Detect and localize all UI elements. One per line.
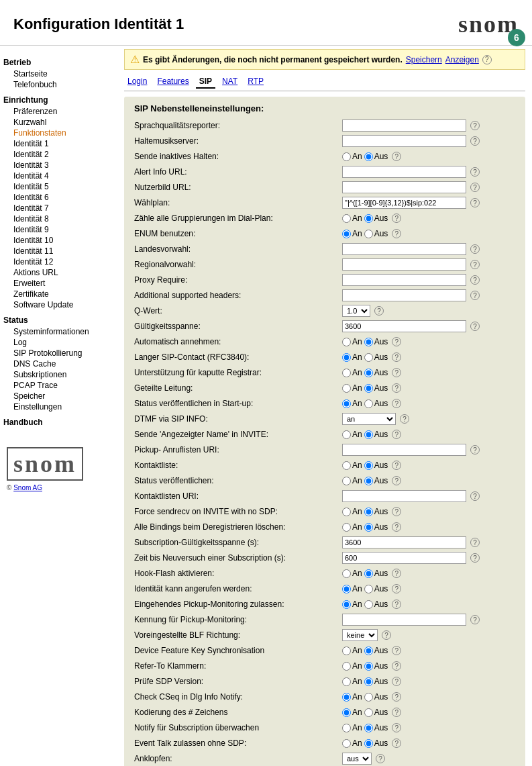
radio-sip-contact-aus[interactable]: Aus — [364, 352, 388, 362]
help-neuversuch[interactable]: ? — [470, 553, 480, 563]
radio-kaputte-reg-aus[interactable]: Aus — [364, 368, 388, 377]
help-hook-flash[interactable]: ? — [392, 569, 401, 578]
sidebar-item-erweitert[interactable]: Erweitert — [3, 278, 114, 289]
help-haltemusikserver[interactable]: ? — [470, 136, 480, 146]
sidebar-item-identitaet2[interactable]: Identität 2 — [3, 149, 114, 160]
notification-help-icon[interactable]: ? — [482, 55, 492, 64]
help-pickup-uri[interactable]: ? — [470, 445, 480, 454]
sidebar-item-software-update[interactable]: Software Update — [3, 299, 114, 310]
radio-kontaktliste-aus[interactable]: Aus — [364, 461, 388, 470]
sidebar-item-identitaet5[interactable]: Identität 5 — [3, 181, 114, 192]
radio-bindings-aus[interactable]: Aus — [364, 522, 388, 532]
sidebar-item-pcap-trace[interactable]: PCAP Trace — [3, 380, 114, 391]
help-angerufen[interactable]: ? — [392, 584, 401, 593]
radio-zaehle-aus[interactable]: Aus — [364, 213, 388, 223]
help-gueltigkeitsspanne[interactable]: ? — [470, 322, 480, 331]
radio-angerufen-an[interactable]: An — [342, 584, 362, 593]
help-pruefe-sdp[interactable]: ? — [392, 677, 401, 686]
sidebar-item-identitaet10[interactable]: Identität 10 — [3, 235, 114, 246]
help-waehlplan[interactable]: ? — [470, 198, 480, 207]
help-regionalvorwahl[interactable]: ? — [470, 260, 480, 269]
radio-event-talk-an[interactable]: An — [342, 738, 362, 748]
help-alert-info-url[interactable]: ? — [470, 167, 480, 177]
radio-kodierung-aus[interactable]: Aus — [364, 708, 388, 717]
radio-autoannahme-an[interactable]: An — [342, 337, 362, 346]
sidebar-item-identitaet12[interactable]: Identität 12 — [3, 256, 114, 267]
help-kontaktliste[interactable]: ? — [392, 461, 401, 470]
save-link[interactable]: Speichern — [406, 55, 442, 64]
radio-pickup-mon-an[interactable]: An — [342, 600, 362, 609]
input-sub-gueltigkeit[interactable] — [342, 536, 466, 548]
radio-cseq-an[interactable]: An — [342, 692, 362, 702]
select-anklopfen[interactable]: aus — [342, 753, 372, 765]
input-landesvorwahl[interactable] — [342, 243, 466, 255]
radio-enum-an[interactable]: An — [342, 229, 362, 238]
help-ang-name[interactable]: ? — [392, 430, 401, 439]
radio-pruefe-sdp-aus[interactable]: Aus — [364, 677, 388, 686]
radio-status-startup-an[interactable]: An — [342, 399, 362, 408]
radio-enum-aus[interactable]: Aus — [364, 229, 388, 238]
sidebar-item-speicher[interactable]: Speicher — [3, 391, 114, 401]
radio-force-sendrecv-aus[interactable]: Aus — [364, 507, 388, 516]
radio-sip-contact-an[interactable]: An — [342, 352, 362, 362]
radio-zaehle-an[interactable]: An — [342, 213, 362, 223]
input-additional-headers[interactable] — [342, 289, 466, 301]
sidebar-item-einstellungen[interactable]: Einstellungen — [3, 401, 114, 412]
sidebar-item-startseite[interactable]: Startseite — [3, 68, 114, 79]
help-alle-bindings[interactable]: ? — [392, 522, 401, 532]
radio-pickup-mon-aus[interactable]: Aus — [364, 600, 388, 609]
help-sende-halten[interactable]: ? — [392, 152, 401, 161]
tab-nat[interactable]: NAT — [219, 75, 241, 89]
help-sprachqualitaetsreporter[interactable]: ? — [470, 121, 480, 130]
help-proxy-require[interactable]: ? — [470, 275, 480, 285]
sidebar-item-praeferenzen[interactable]: Präferenzen — [3, 106, 114, 117]
help-kontaktlisten-uri[interactable]: ? — [470, 491, 480, 501]
radio-dfk-an[interactable]: An — [342, 646, 362, 655]
input-regionalvorwahl[interactable] — [342, 258, 466, 271]
help-kennung-pickup[interactable]: ? — [470, 615, 480, 624]
show-link[interactable]: Anzeigen — [445, 55, 479, 64]
radio-ang-name-aus[interactable]: Aus — [364, 430, 388, 439]
radio-sende-halten-aus[interactable]: Aus — [364, 152, 388, 161]
help-additional-headers[interactable]: ? — [470, 291, 480, 300]
radio-geteilte-leit-an[interactable]: An — [342, 383, 362, 393]
help-sip-contact[interactable]: ? — [392, 352, 401, 362]
tab-features[interactable]: Features — [154, 75, 192, 89]
sidebar-item-log[interactable]: Log — [3, 337, 114, 348]
sidebar-item-identitaet4[interactable]: Identität 4 — [3, 171, 114, 181]
radio-refer-to-an[interactable]: An — [342, 661, 362, 671]
sidebar-item-telefonbuch[interactable]: Telefonbuch — [3, 79, 114, 90]
select-dtmf[interactable]: an — [342, 413, 396, 425]
input-haltemusikserver[interactable] — [342, 135, 466, 147]
tab-login[interactable]: Login — [124, 75, 150, 89]
radio-dfk-aus[interactable]: Aus — [364, 646, 388, 655]
select-q-wert[interactable]: 1.0 — [342, 305, 370, 317]
input-nutzerbild-url[interactable] — [342, 181, 466, 193]
input-pickup-uri[interactable] — [342, 444, 466, 456]
radio-kodierung-an[interactable]: An — [342, 708, 362, 717]
sidebar-item-identitaet7[interactable]: Identität 7 — [3, 203, 114, 213]
radio-angerufen-aus[interactable]: Aus — [364, 584, 388, 593]
help-geteilte-leit[interactable]: ? — [392, 383, 401, 393]
radio-notify-sub-aus[interactable]: Aus — [364, 723, 388, 732]
sidebar-item-identitaet9[interactable]: Identität 9 — [3, 224, 114, 235]
radio-status-veroefl-an[interactable]: An — [342, 476, 362, 485]
radio-hookflash-an[interactable]: An — [342, 569, 362, 578]
sidebar-item-identitaet3[interactable]: Identität 3 — [3, 160, 114, 171]
radio-pruefe-sdp-an[interactable]: An — [342, 677, 362, 686]
input-kontaktlisten-uri[interactable] — [342, 490, 466, 502]
help-status-veroeff[interactable]: ? — [392, 476, 401, 485]
input-kennung-pickup[interactable] — [342, 614, 466, 626]
select-blf-richtung[interactable]: keine — [342, 629, 378, 641]
help-dtmf[interactable]: ? — [400, 414, 409, 424]
help-kaputte-reg[interactable]: ? — [392, 368, 401, 377]
sidebar-item-kurzwahl[interactable]: Kurzwahl — [3, 117, 114, 128]
input-proxy-require[interactable] — [342, 274, 466, 286]
radio-force-sendrecv-an[interactable]: An — [342, 507, 362, 516]
help-enum[interactable]: ? — [392, 229, 401, 238]
sidebar-item-identitaet8[interactable]: Identität 8 — [3, 213, 114, 224]
sidebar-item-identitaet6[interactable]: Identität 6 — [3, 192, 114, 203]
radio-status-veroefl-aus[interactable]: Aus — [364, 476, 388, 485]
help-auto-annehmen[interactable]: ? — [392, 337, 401, 346]
radio-status-startup-aus[interactable]: Aus — [364, 399, 388, 408]
